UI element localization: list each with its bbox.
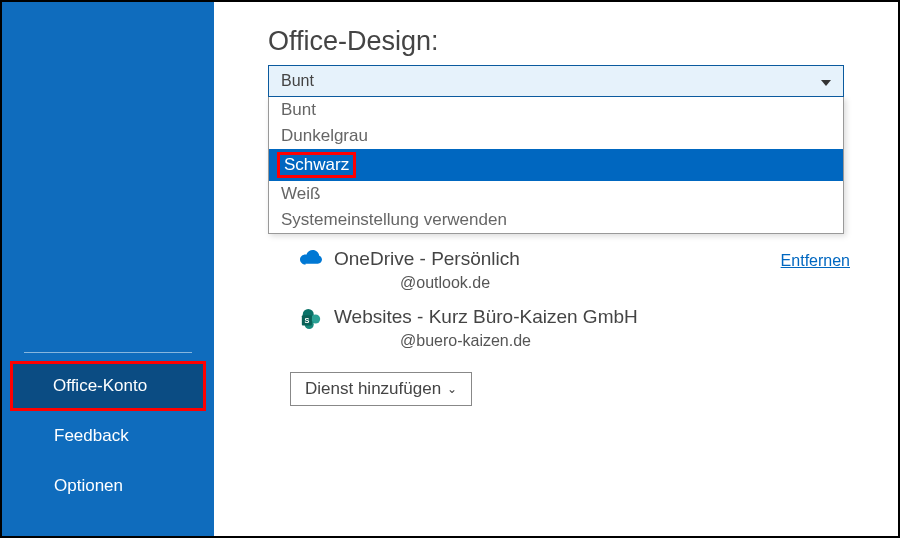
service-info: OneDrive - Persönlich @outlook.de bbox=[334, 248, 781, 292]
sidebar: Office-Konto Feedback Optionen bbox=[2, 2, 214, 536]
svg-text:S: S bbox=[304, 316, 309, 325]
sidebar-item-label: Feedback bbox=[54, 426, 129, 445]
service-name: Websites - Kurz Büro-Kaizen GmbH bbox=[334, 306, 844, 328]
dropdown-list: Bunt Dunkelgrau Schwarz Weiß Systemeinst… bbox=[268, 97, 844, 234]
dropdown-option-weiss[interactable]: Weiß bbox=[269, 181, 843, 207]
service-name: OneDrive - Persönlich bbox=[334, 248, 781, 270]
remove-link[interactable]: Entfernen bbox=[781, 252, 850, 270]
sidebar-item-label: Office-Konto bbox=[53, 376, 147, 395]
sidebar-item-feedback[interactable]: Feedback bbox=[2, 411, 214, 461]
office-design-dropdown[interactable]: Bunt bbox=[268, 65, 844, 97]
sharepoint-icon: S bbox=[300, 308, 322, 330]
service-detail: @buero-kaizen.de bbox=[334, 332, 844, 350]
add-service-button[interactable]: Dienst hinzufügen ⌄ bbox=[290, 372, 472, 406]
dropdown-option-system[interactable]: Systemeinstellung verwenden bbox=[269, 207, 843, 233]
service-row-websites: S Websites - Kurz Büro-Kaizen GmbH @buer… bbox=[268, 306, 844, 350]
main-content: Office-Design: Bunt Bunt Dunkelgrau Schw… bbox=[214, 2, 898, 536]
onedrive-icon bbox=[300, 250, 322, 272]
service-info: Websites - Kurz Büro-Kaizen GmbH @buero-… bbox=[334, 306, 844, 350]
sidebar-item-optionen[interactable]: Optionen bbox=[2, 461, 214, 511]
dropdown-option-dunkelgrau[interactable]: Dunkelgrau bbox=[269, 123, 843, 149]
add-service-label: Dienst hinzufügen bbox=[305, 379, 441, 399]
dropdown-selected-value: Bunt bbox=[281, 72, 314, 90]
sidebar-item-label: Optionen bbox=[54, 476, 123, 495]
chevron-down-icon bbox=[821, 72, 831, 90]
chevron-down-icon: ⌄ bbox=[447, 382, 457, 396]
section-title: Office-Design: bbox=[268, 26, 844, 57]
sidebar-item-office-konto[interactable]: Office-Konto bbox=[10, 361, 206, 411]
sidebar-divider bbox=[24, 352, 192, 353]
service-detail: @outlook.de bbox=[334, 274, 781, 292]
service-row-onedrive: OneDrive - Persönlich @outlook.de Entfer… bbox=[268, 248, 844, 292]
dropdown-option-schwarz[interactable]: Schwarz bbox=[269, 149, 843, 181]
dropdown-option-bunt[interactable]: Bunt bbox=[269, 97, 843, 123]
